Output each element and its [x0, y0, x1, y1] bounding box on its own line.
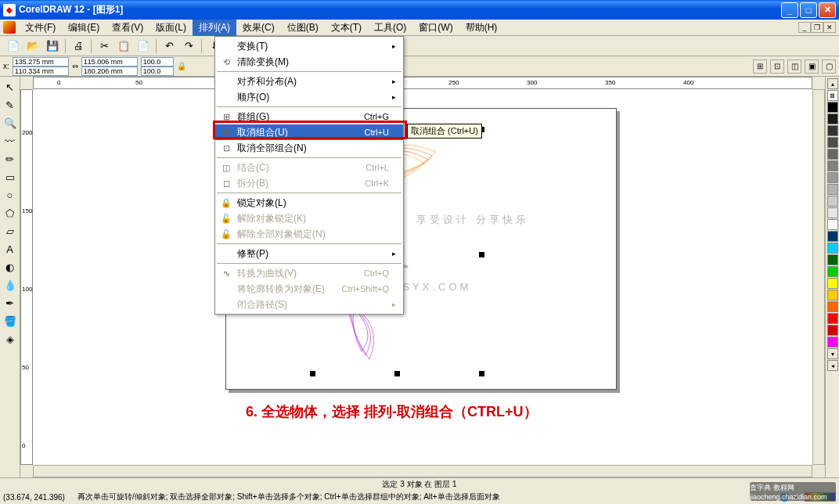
color-swatch[interactable]	[827, 172, 838, 183]
menu-transform[interactable]: 变换(T)▸	[215, 38, 403, 54]
color-swatch[interactable]	[827, 184, 838, 195]
selection-handle[interactable]	[479, 371, 484, 376]
maximize-button[interactable]: □	[800, 2, 817, 18]
paste-button[interactable]: 📄	[135, 38, 152, 55]
menu-effects[interactable]: 效果(C)	[236, 20, 281, 36]
undo-button[interactable]: ↶	[160, 38, 178, 55]
smartdraw-tool[interactable]: ✏	[2, 150, 19, 167]
color-swatch[interactable]	[827, 196, 838, 207]
mdi-close[interactable]: ✕	[823, 22, 836, 33]
shape-tool[interactable]: ✎	[2, 96, 19, 113]
status-hint: 再次单击可旋转/倾斜对象; 双击选择全部对象; Shift+单击选择多个对象; …	[77, 491, 500, 502]
menu-text[interactable]: 文本(T)	[325, 20, 368, 36]
polygon-tool[interactable]: ⬠	[2, 204, 19, 221]
color-swatch[interactable]	[827, 313, 838, 324]
close-button[interactable]: ✕	[819, 2, 836, 18]
horizontal-scrollbar[interactable]	[33, 465, 812, 477]
eyedropper-tool[interactable]: 💧	[2, 276, 19, 293]
horizontal-ruler[interactable]: 0 50 100 150 200 250 300 350 400	[33, 77, 812, 89]
color-swatch[interactable]	[827, 266, 838, 277]
palette-up-button[interactable]: ▴	[827, 78, 838, 89]
zoom-tool[interactable]: 🔍	[2, 114, 19, 131]
mdi-restore[interactable]: ❐	[811, 22, 823, 33]
copy-button[interactable]: 📋	[115, 38, 132, 55]
open-button[interactable]: 📂	[24, 38, 41, 55]
menu-arrange[interactable]: 排列(A)	[193, 20, 236, 36]
print-button[interactable]: 🖨	[70, 38, 87, 55]
outline-tool[interactable]: ✒	[2, 294, 19, 311]
fill-tool[interactable]: 🪣	[2, 312, 19, 329]
x-coord-input[interactable]	[13, 57, 69, 67]
color-swatch[interactable]	[827, 290, 838, 301]
align-button[interactable]: ◫	[787, 59, 801, 74]
color-swatch[interactable]	[827, 125, 838, 136]
minimize-button[interactable]: _	[781, 2, 798, 18]
selection-handle[interactable]	[394, 371, 400, 376]
text-tool[interactable]: A	[2, 240, 19, 257]
color-swatch[interactable]	[827, 278, 838, 289]
cut-button[interactable]: ✂	[95, 38, 113, 55]
basicshape-tool[interactable]: ▱	[2, 222, 19, 239]
canvas-viewport[interactable]: ✕ 享受设计 分享快乐 彩色印象 WWW.AHXSYX.COM 6. 全选物体，…	[33, 89, 812, 465]
ungroupall-button[interactable]: ⊡	[770, 59, 784, 74]
color-swatch[interactable]	[827, 231, 838, 242]
color-swatch[interactable]	[827, 207, 838, 218]
menu-file[interactable]: 文件(F)	[19, 20, 62, 36]
tofront-button[interactable]: ▣	[805, 59, 819, 74]
menu-bitmap[interactable]: 位图(B)	[281, 20, 325, 36]
selection-handle[interactable]	[310, 371, 315, 376]
lock-ratio-icon[interactable]: 🔒	[177, 62, 186, 70]
color-swatch[interactable]	[827, 254, 838, 265]
color-swatch[interactable]	[827, 325, 838, 336]
vertical-scrollbar[interactable]	[812, 89, 825, 465]
menu-edit[interactable]: 编辑(E)	[62, 20, 106, 36]
save-button[interactable]: 💾	[44, 38, 61, 55]
menu-lock-object[interactable]: 🔒锁定对象(L)	[215, 195, 403, 211]
color-swatch[interactable]	[827, 160, 838, 171]
menu-ungroup[interactable]: ⊟取消组合(U)Ctrl+U	[215, 124, 403, 140]
toback-button[interactable]: ▢	[822, 59, 836, 74]
freehand-tool[interactable]: 〰	[2, 132, 19, 149]
y-coord-input[interactable]	[13, 67, 69, 76]
menu-order[interactable]: 顺序(O)▸	[215, 89, 403, 105]
menu-window[interactable]: 窗口(W)	[412, 20, 459, 36]
menu-group[interactable]: ⊞群组(G)Ctrl+G	[215, 109, 403, 124]
menu-shaping[interactable]: 修整(P)▸	[215, 246, 403, 261]
mdi-minimize[interactable]: _	[798, 22, 811, 33]
color-swatch[interactable]	[827, 337, 838, 347]
menu-ungroup-all[interactable]: ⊡取消全部组合(N)	[215, 140, 403, 156]
vertical-ruler[interactable]: 200 150 100 50 0	[20, 89, 33, 465]
menu-align-distribute[interactable]: 对齐和分布(A)▸	[215, 74, 403, 89]
width-input[interactable]	[81, 57, 138, 67]
color-swatch[interactable]	[827, 102, 838, 113]
color-swatch[interactable]	[827, 219, 838, 230]
separator	[156, 39, 157, 53]
ellipse-tool[interactable]: ○	[2, 186, 19, 203]
menu-view[interactable]: 查看(V)	[106, 20, 149, 36]
scale-y-input[interactable]	[141, 67, 174, 76]
redo-button[interactable]: ↷	[180, 38, 197, 55]
color-swatch[interactable]	[827, 301, 838, 312]
color-swatch[interactable]	[827, 149, 838, 160]
selection-handle[interactable]	[479, 252, 484, 257]
palette-flyout-button[interactable]: ◂	[827, 360, 838, 371]
rectangle-tool[interactable]: ▭	[2, 168, 19, 185]
arrange-menu: 变换(T)▸ ⟲清除变换(M) 对齐和分布(A)▸ 顺序(O)▸ ⊞群组(G)C…	[214, 36, 404, 315]
ungroup-button[interactable]: ⊞	[753, 59, 767, 74]
color-swatch[interactable]	[827, 243, 838, 254]
window-title: CorelDRAW 12 - [图形1]	[19, 3, 781, 16]
new-button[interactable]: 📄	[5, 38, 22, 55]
height-input[interactable]	[81, 67, 138, 76]
color-swatch[interactable]	[827, 113, 838, 124]
color-swatch[interactable]	[827, 137, 838, 148]
menu-layout[interactable]: 版面(L)	[149, 20, 193, 36]
no-color-swatch[interactable]: ⊠	[827, 90, 838, 101]
scale-x-input[interactable]	[141, 57, 174, 67]
pick-tool[interactable]: ↖	[2, 78, 19, 95]
palette-down-button[interactable]: ▾	[827, 348, 838, 359]
blend-tool[interactable]: ◐	[2, 258, 19, 275]
menu-clear-transform[interactable]: ⟲清除变换(M)	[215, 54, 403, 70]
menu-tools[interactable]: 工具(O)	[368, 20, 412, 36]
menu-help[interactable]: 帮助(H)	[459, 20, 504, 36]
interactive-fill-tool[interactable]: ◈	[2, 330, 19, 347]
